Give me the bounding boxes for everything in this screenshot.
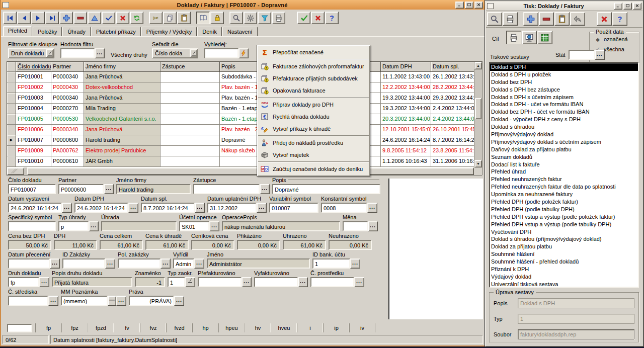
doc-type-tab[interactable]: hveu [271, 323, 297, 332]
doc-type-tab[interactable]: i [297, 323, 323, 332]
scroll-thumb[interactable] [475, 98, 481, 119]
menu-item[interactable]: €Rychlá úhrada dokladu [258, 111, 369, 123]
field-input[interactable]: 8.7.2002 16:14:24 [141, 203, 195, 213]
close-button[interactable] [633, 3, 641, 10]
print-report-button[interactable] [503, 12, 518, 26]
row-selector[interactable] [7, 125, 16, 135]
first-record-button[interactable] [3, 12, 17, 24]
tools-button[interactable] [244, 12, 257, 24]
field-picker-button[interactable]: ... [367, 203, 377, 213]
doc-type-tab[interactable]: fpzd [88, 323, 114, 332]
refresh-button[interactable] [130, 12, 143, 24]
report-item[interactable]: Doklad s DPH - učet ve formátu IBAN [490, 101, 638, 108]
tab-4[interactable]: Platební příkazy [91, 27, 141, 36]
doc-type-tab[interactable]: hv [245, 323, 271, 332]
table-row[interactable]: ►FP010007P0000600Harold tradingDopravné2… [7, 135, 474, 146]
doc-type-tab[interactable]: fvz [140, 323, 166, 332]
field-input[interactable]: 1 [312, 258, 350, 269]
tab-6[interactable]: Deník [197, 27, 222, 36]
field-input[interactable] [198, 277, 242, 287]
tab-3[interactable]: Úhrady [62, 27, 90, 36]
filter-button[interactable] [258, 12, 271, 24]
report-item[interactable]: Přehled DPH (podle tabulky DPH) [490, 206, 638, 213]
column-header[interactable]: Číslo dokladu [16, 62, 51, 72]
report-type-field[interactable]: 1 [518, 314, 634, 324]
target-printer-button[interactable] [506, 31, 521, 44]
doc-type-tab[interactable]: hpeu [218, 323, 245, 332]
doc-type-tab[interactable]: fvzd [166, 323, 192, 332]
paste-button[interactable] [177, 12, 191, 24]
report-item[interactable]: Výdajový doklad [490, 273, 638, 281]
close-button[interactable] [311, 12, 325, 24]
field-input[interactable] [193, 184, 260, 194]
close-print-button[interactable] [597, 12, 612, 26]
dropdown-icon[interactable] [46, 49, 53, 57]
help-button[interactable]: ? [325, 12, 339, 24]
print-button[interactable] [272, 12, 285, 24]
report-item[interactable]: Doklad s úhradou [490, 123, 638, 131]
maximize-button[interactable] [623, 3, 632, 10]
field-input[interactable]: 010007 [269, 203, 318, 213]
state-input[interactable] [569, 50, 595, 60]
dropdown-icon[interactable] [190, 49, 197, 57]
remove-report-button[interactable] [539, 12, 554, 26]
table-row[interactable]: FP010002P0000430Dotex-velkoobchodPlav. b… [7, 82, 474, 93]
table-row[interactable]: FP010004P0000270Mila TradingBazén - 1.et… [7, 104, 474, 114]
field-picker-button[interactable]: ... [260, 184, 270, 194]
field-picker-button[interactable]: ... [298, 277, 308, 287]
field-picker-button[interactable]: ... [354, 277, 364, 287]
field-input[interactable] [8, 258, 50, 269]
report-file-field[interactable]: faktury\dokladsdph.rep [518, 329, 634, 339]
menu-item[interactable]: Přidej do nákladů prostředku [258, 137, 369, 149]
minimize-button[interactable] [455, 2, 464, 9]
memo-open-button[interactable]: ... [116, 296, 126, 306]
table-row[interactable]: FP010003P0000340Jana PrůchováPlav. bazén… [7, 93, 474, 104]
report-item[interactable]: Dodací list k faktuře [490, 161, 638, 168]
table-row[interactable]: FP010001P0000340Jana PrůchováSubdodávka … [7, 72, 474, 82]
doc-type-tab[interactable]: fp [35, 323, 61, 332]
report-item[interactable]: Daňový doklad za přijatou platbu [490, 146, 638, 153]
report-item[interactable]: Přehled DPH vstup a výstup (podle polože… [490, 213, 638, 221]
row-selector[interactable] [7, 156, 16, 167]
field-input[interactable] [8, 296, 48, 306]
confirm-button[interactable] [297, 12, 310, 24]
close-button[interactable] [474, 2, 483, 9]
doc-type-tab[interactable]: fpz [61, 323, 88, 332]
column-header[interactable]: Datum DPH [381, 62, 431, 72]
menu-item[interactable]: €Přefakturace přijatých subdodávek [258, 72, 369, 84]
field-input[interactable] [254, 277, 298, 287]
field-input[interactable] [62, 258, 105, 269]
report-item[interactable]: Doklad s DPH bez zástupce [490, 86, 638, 94]
field-picker-button[interactable]: ... [50, 258, 60, 269]
field-input[interactable]: p [58, 221, 89, 231]
table-row[interactable]: FP010005P0000530Velkoobchod Galanterií s… [7, 114, 474, 125]
field-picker-button[interactable]: ... [174, 296, 184, 306]
report-item[interactable]: Přehled neuhrazených faktur dle data po … [490, 183, 638, 191]
scroll-up-icon[interactable]: ▲ [474, 62, 482, 69]
menu-item[interactable]: MDZaúčtuj označené doklady do deníku [258, 163, 369, 175]
field-input[interactable]: FP010007 [8, 184, 56, 194]
target-screen-button[interactable] [522, 31, 537, 44]
field-input[interactable]: 24.6.2002 16:14:24 [74, 203, 128, 213]
lock-button[interactable] [210, 12, 224, 24]
cancel-record-button[interactable] [116, 12, 129, 24]
menu-item[interactable]: ΣPřepočítat označené [258, 46, 369, 58]
report-item[interactable]: Přiznání k DPH [490, 266, 638, 273]
delete-record-button[interactable] [73, 12, 87, 24]
report-item[interactable]: Doklad bez DPH [490, 78, 638, 86]
field-picker-button[interactable]: ... [105, 258, 115, 269]
field-input[interactable]: Dopravné [272, 184, 380, 194]
table-row[interactable]: FP010010P0000610JAR Gmbh1.1.2006 10:16:4… [7, 156, 474, 167]
report-item[interactable]: Doklad s DPH s účetním zápisem [490, 94, 638, 101]
report-item[interactable]: Doklad s DPH [490, 63, 638, 71]
report-item[interactable]: Doklad s úhradou (příjmový/výdajový dokl… [490, 235, 638, 243]
tab-2[interactable]: Položky [33, 27, 62, 36]
report-item[interactable]: Univerzální tisková sestava [490, 281, 638, 288]
report-item[interactable]: Doklad bez DPH - účet ve formátu IBAN [490, 108, 638, 116]
doc-type-tab[interactable]: ip [323, 323, 349, 332]
filter-column-combo[interactable]: Druh dokladu [8, 48, 54, 58]
field-dropdown-button[interactable] [185, 277, 195, 287]
column-header[interactable]: Zástupce [160, 62, 220, 72]
maximize-button[interactable] [465, 2, 473, 9]
add-report-button[interactable] [523, 12, 538, 26]
